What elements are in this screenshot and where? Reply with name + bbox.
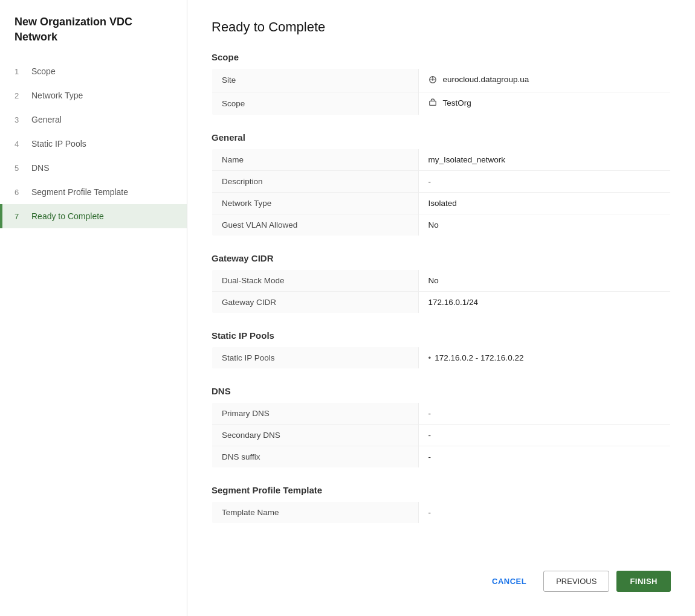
general-section: General Namemy_Isolated_networkDescripti… [212,132,671,236]
previous-button[interactable]: PREVIOUS [543,571,609,592]
row-value: - [418,425,670,446]
sidebar-step-scope[interactable]: 1Scope [0,59,187,83]
sidebar-title: New Organization VDC Network [0,14,187,59]
finish-button[interactable]: FINISH [616,571,671,592]
row-label: Description [212,171,419,193]
row-label: Name [212,149,419,171]
sidebar-step-static-ip-pools[interactable]: 4Static IP Pools [0,132,187,156]
row-value: - [418,446,670,468]
org-icon [428,98,437,107]
gateway-table: Dual-Stack ModeNoGateway CIDR172.16.0.1/… [212,269,671,313]
static-ip-table: Static IP Pools•172.16.0.2 - 172.16.0.22 [212,347,671,369]
row-value: TestOrg [418,92,670,115]
step-label: Static IP Pools [31,139,86,149]
row-value: •172.16.0.2 - 172.16.0.22 [418,347,670,369]
main-content: Ready to Complete Scope Siteeurocloud.da… [187,0,695,616]
table-row: Siteeurocloud.datagroup.ua [212,69,671,92]
page-title: Ready to Complete [212,19,671,35]
row-label: Template Name [212,502,419,524]
step-label: Ready to Complete [31,211,104,221]
table-row: Template Name- [212,502,671,524]
step-label: DNS [31,163,50,173]
step-number: 4 [15,140,24,149]
table-row: Static IP Pools•172.16.0.2 - 172.16.0.22 [212,347,671,369]
cancel-button[interactable]: CANCEL [482,572,536,591]
sidebar-steps: 1Scope2Network Type3General4Static IP Po… [0,59,187,228]
svg-rect-2 [429,101,436,105]
table-row: Secondary DNS- [212,425,671,446]
table-row: DNS suffix- [212,446,671,468]
gateway-section-title: Gateway CIDR [212,253,671,263]
sidebar-step-general[interactable]: 3General [0,107,187,132]
step-label: Network Type [31,91,83,100]
row-label: Network Type [212,193,419,214]
step-number: 1 [15,67,24,76]
step-number: 7 [15,212,24,221]
row-value: No [418,270,670,292]
row-value: - [418,502,670,524]
scope-table: Siteeurocloud.datagroup.uaScopeTestOrg [212,68,671,115]
static-ip-section-title: Static IP Pools [212,330,671,341]
dns-section: DNS Primary DNS-Secondary DNS-DNS suffix… [212,386,671,468]
table-row: Network TypeIsolated [212,193,671,214]
table-row: Description- [212,171,671,193]
table-row: Dual-Stack ModeNo [212,270,671,292]
segment-section-title: Segment Profile Template [212,485,671,495]
row-value: - [418,403,670,425]
step-number: 2 [15,91,24,100]
dns-table: Primary DNS-Secondary DNS-DNS suffix- [212,402,671,468]
sidebar-step-dns[interactable]: 5DNS [0,156,187,180]
general-section-title: General [212,132,671,143]
row-label: Dual-Stack Mode [212,270,419,292]
sidebar: New Organization VDC Network 1Scope2Netw… [0,0,187,616]
step-label: General [31,115,62,124]
row-value: No [418,214,670,236]
static-ip-section: Static IP Pools Static IP Pools•172.16.0… [212,330,671,369]
row-label: Guest VLAN Allowed [212,214,419,236]
table-row: Guest VLAN AllowedNo [212,214,671,236]
row-label: Primary DNS [212,403,419,425]
step-number: 3 [15,115,24,124]
step-label: Scope [31,66,56,76]
sidebar-step-segment-profile-template[interactable]: 6Segment Profile Template [0,180,187,204]
dns-section-title: DNS [212,386,671,396]
table-row: Gateway CIDR172.16.0.1/24 [212,292,671,313]
footer: CANCEL PREVIOUS FINISH [212,551,671,597]
row-value: my_Isolated_network [418,149,670,171]
row-value: - [418,171,670,193]
row-value: Isolated [418,193,670,214]
table-row: Namemy_Isolated_network [212,149,671,171]
scope-section: Scope Siteeurocloud.datagroup.uaScopeTes… [212,52,671,115]
general-table: Namemy_Isolated_networkDescription-Netwo… [212,149,671,236]
sidebar-step-network-type[interactable]: 2Network Type [0,83,187,107]
table-row: Primary DNS- [212,403,671,425]
row-label: Gateway CIDR [212,292,419,313]
gateway-section: Gateway CIDR Dual-Stack ModeNoGateway CI… [212,253,671,313]
segment-table: Template Name- [212,501,671,524]
row-label: Site [212,69,419,92]
step-label: Segment Profile Template [31,187,128,197]
row-label: DNS suffix [212,446,419,468]
segment-section: Segment Profile Template Template Name- [212,485,671,524]
row-label: Scope [212,92,419,115]
row-label: Secondary DNS [212,425,419,446]
row-value: eurocloud.datagroup.ua [418,69,670,92]
step-number: 5 [15,164,24,173]
scope-section-title: Scope [212,52,671,62]
sidebar-step-ready-to-complete[interactable]: 7Ready to Complete [0,204,187,228]
row-label: Static IP Pools [212,347,419,369]
row-value: 172.16.0.1/24 [418,292,670,313]
step-number: 6 [15,188,24,197]
site-icon [428,75,437,84]
table-row: ScopeTestOrg [212,92,671,115]
